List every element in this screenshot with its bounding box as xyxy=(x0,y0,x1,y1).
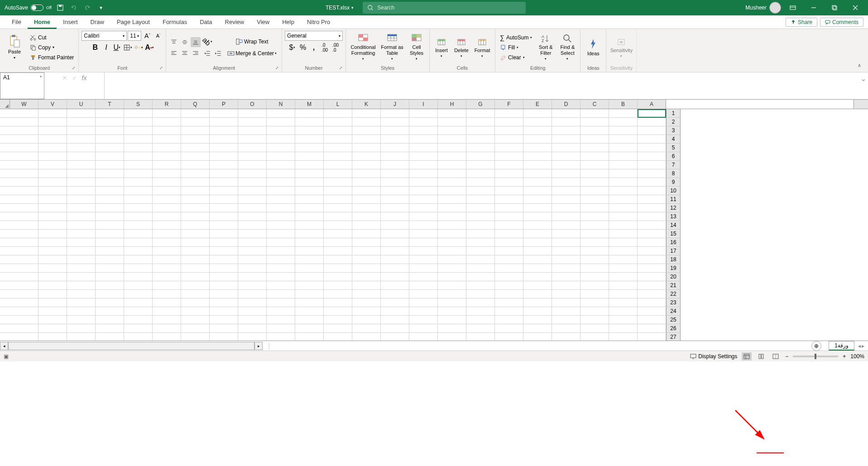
cell[interactable] xyxy=(38,316,67,324)
cell[interactable] xyxy=(181,247,210,255)
cell[interactable] xyxy=(381,298,409,307)
cell[interactable] xyxy=(124,126,153,135)
row-header[interactable]: 11 xyxy=(666,195,681,204)
cell[interactable] xyxy=(609,238,638,247)
row-header[interactable]: 27 xyxy=(666,333,681,341)
sheet-tab-active[interactable]: ورقة1 xyxy=(829,341,854,351)
cell[interactable] xyxy=(38,290,67,298)
cell[interactable] xyxy=(38,273,67,281)
cell[interactable] xyxy=(638,126,666,135)
cell[interactable] xyxy=(181,230,210,238)
cell[interactable] xyxy=(580,247,609,255)
cell[interactable] xyxy=(210,169,238,178)
cell[interactable] xyxy=(124,195,153,204)
cell[interactable] xyxy=(67,144,96,152)
cell[interactable] xyxy=(10,316,38,324)
cell[interactable] xyxy=(38,333,67,341)
row-header[interactable]: 12 xyxy=(666,204,681,212)
cell[interactable] xyxy=(552,333,580,341)
cell[interactable] xyxy=(67,307,96,316)
cell[interactable] xyxy=(210,238,238,247)
cell[interactable] xyxy=(609,281,638,290)
cell[interactable] xyxy=(381,307,409,316)
cell[interactable] xyxy=(523,264,552,273)
cell[interactable] xyxy=(67,230,96,238)
fill-color-button[interactable]: ▾ xyxy=(134,43,144,53)
cell[interactable] xyxy=(10,230,38,238)
hscroll-right[interactable]: ▸ xyxy=(254,342,263,350)
cell[interactable] xyxy=(552,255,580,264)
delete-cells-button[interactable]: Delete▾ xyxy=(452,33,470,62)
cell[interactable] xyxy=(438,144,466,152)
cell[interactable] xyxy=(523,195,552,204)
cell[interactable] xyxy=(466,212,495,221)
cell[interactable] xyxy=(267,307,295,316)
column-header[interactable]: T xyxy=(96,100,124,109)
cell[interactable] xyxy=(409,152,438,161)
cell[interactable] xyxy=(181,144,210,152)
cell[interactable] xyxy=(153,290,181,298)
cell[interactable] xyxy=(153,118,181,126)
column-header[interactable]: B xyxy=(609,100,638,109)
cell[interactable] xyxy=(466,333,495,341)
cell[interactable] xyxy=(324,161,352,169)
cell[interactable] xyxy=(96,169,124,178)
cell[interactable] xyxy=(438,316,466,324)
cell[interactable] xyxy=(181,118,210,126)
cell[interactable] xyxy=(438,255,466,264)
cell[interactable] xyxy=(267,178,295,187)
cell[interactable] xyxy=(609,230,638,238)
cell[interactable] xyxy=(580,238,609,247)
cell[interactable] xyxy=(552,212,580,221)
cell[interactable] xyxy=(609,204,638,212)
ribbon-display-options[interactable] xyxy=(784,1,802,14)
cell[interactable] xyxy=(238,290,267,298)
cell[interactable] xyxy=(580,264,609,273)
cell[interactable] xyxy=(181,212,210,221)
cell[interactable] xyxy=(495,324,523,333)
cell[interactable] xyxy=(67,204,96,212)
cell[interactable] xyxy=(38,298,67,307)
cell[interactable] xyxy=(10,238,38,247)
cell[interactable] xyxy=(638,178,666,187)
row-header[interactable]: 4 xyxy=(666,135,681,144)
column-header[interactable]: L xyxy=(324,100,352,109)
cell[interactable] xyxy=(495,144,523,152)
cell[interactable] xyxy=(324,221,352,230)
cell[interactable] xyxy=(67,298,96,307)
cell[interactable] xyxy=(267,221,295,230)
cell[interactable] xyxy=(238,238,267,247)
cell[interactable] xyxy=(181,187,210,195)
cell[interactable] xyxy=(153,152,181,161)
underline-button[interactable]: U▾ xyxy=(112,43,122,53)
cell[interactable] xyxy=(466,324,495,333)
cell[interactable] xyxy=(181,324,210,333)
tab-draw[interactable]: Draw xyxy=(84,15,110,29)
cell[interactable] xyxy=(38,152,67,161)
column-header[interactable]: M xyxy=(295,100,324,109)
cell[interactable] xyxy=(438,126,466,135)
cell[interactable] xyxy=(352,204,381,212)
cell[interactable] xyxy=(96,324,124,333)
cell[interactable] xyxy=(295,109,324,118)
cell[interactable] xyxy=(438,324,466,333)
autosum-button[interactable]: ∑AutoSum▾ xyxy=(498,33,534,42)
cell[interactable] xyxy=(352,298,381,307)
cell[interactable] xyxy=(552,169,580,178)
cell[interactable] xyxy=(324,247,352,255)
cell[interactable] xyxy=(466,230,495,238)
cell[interactable] xyxy=(67,333,96,341)
clipboard-launcher[interactable]: ⤢ xyxy=(72,66,76,70)
cell[interactable] xyxy=(210,273,238,281)
cell[interactable] xyxy=(638,144,666,152)
cell[interactable] xyxy=(638,221,666,230)
cell[interactable] xyxy=(181,161,210,169)
cell[interactable] xyxy=(523,221,552,230)
cell[interactable] xyxy=(466,126,495,135)
cell[interactable] xyxy=(609,178,638,187)
cell[interactable] xyxy=(638,204,666,212)
cell[interactable] xyxy=(495,195,523,204)
cell[interactable] xyxy=(267,109,295,118)
cell[interactable] xyxy=(295,126,324,135)
cell[interactable] xyxy=(295,230,324,238)
